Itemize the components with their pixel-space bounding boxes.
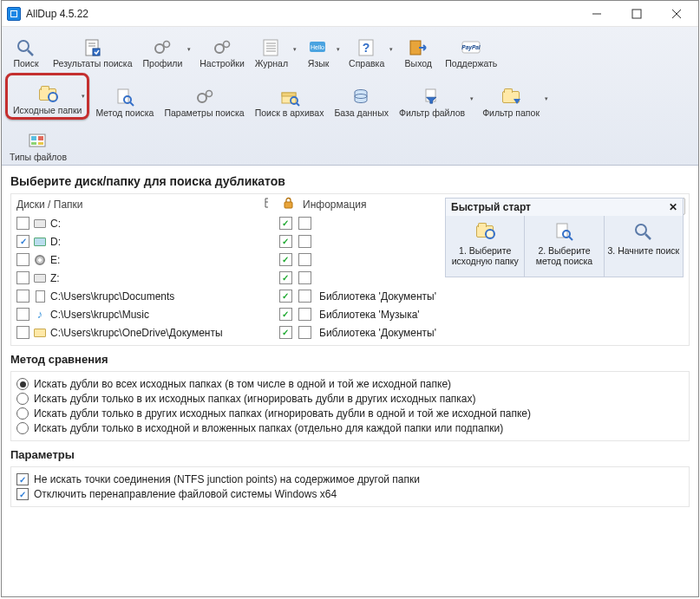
disk-row[interactable]: C:\Users\krupc\OneDrive\ДокументыБиблиот… <box>16 323 442 342</box>
svg-point-47 <box>636 225 646 235</box>
row-checkbox[interactable] <box>16 271 29 284</box>
toolbar-lang[interactable]: HelloЯзык▾ <box>301 29 343 70</box>
param-option-1[interactable]: Отключить перенаправление файловой систе… <box>16 488 684 500</box>
radio-icon[interactable] <box>16 378 29 390</box>
svg-rect-40 <box>38 136 43 140</box>
archive-search-icon <box>278 87 301 107</box>
row-subfolders-checkbox[interactable] <box>279 271 292 284</box>
toolbar-search[interactable]: Поиск <box>5 29 47 70</box>
toolbar-types[interactable]: Типы файлов <box>5 122 71 164</box>
disk-row[interactable]: ♪C:\Users\krupc\MusicБиблиотека 'Музыка' <box>16 305 442 323</box>
row-path: C:\Users\krupc\OneDrive\Документы <box>50 327 276 339</box>
svg-point-10 <box>155 44 164 53</box>
toolbar-journal[interactable]: Журнал▾ <box>251 29 299 70</box>
toolbar-dfilter-label: Фильтр папок <box>482 108 540 118</box>
toolbar-db[interactable]: База данных <box>330 78 393 120</box>
folder-filter-icon <box>500 87 522 107</box>
toolbar-params-label: Параметры поиска <box>164 108 244 118</box>
row-checkbox[interactable] <box>16 326 29 339</box>
row-lock-checkbox[interactable] <box>298 326 311 339</box>
toolbar-method[interactable]: Метод поиска <box>91 78 158 120</box>
row-checkbox[interactable] <box>16 308 29 321</box>
toolbar-profiles[interactable]: Профили▾ <box>139 29 194 70</box>
toolbar-dfilter[interactable]: Фильтр папок▾ <box>478 78 551 120</box>
row-subfolders-checkbox[interactable] <box>279 308 292 321</box>
compare-option-0[interactable]: Искать дубли во всех исходных папках (в … <box>16 378 684 390</box>
row-checkbox[interactable] <box>16 235 29 248</box>
svg-text:Hello: Hello <box>311 44 324 50</box>
toolbar-support[interactable]: PayPalПоддержать <box>441 29 501 70</box>
disk-row[interactable]: Z: <box>16 269 442 287</box>
minimize-button[interactable] <box>577 2 617 26</box>
svg-rect-39 <box>31 136 36 140</box>
checkbox-icon[interactable] <box>16 473 29 485</box>
compare-option-2[interactable]: Искать дубли только в других исходных па… <box>16 407 684 420</box>
chevron-down-icon: ▾ <box>82 93 85 99</box>
toolbar-types-label: Типы файлов <box>10 153 67 162</box>
col-tree-header[interactable] <box>259 198 278 211</box>
row-subfolders-checkbox[interactable] <box>279 326 292 339</box>
params-title: Параметры <box>10 448 690 461</box>
radio-icon[interactable] <box>16 393 29 405</box>
toolbar-results[interactable]: Результаты поиска <box>49 29 137 70</box>
row-subfolders-checkbox[interactable] <box>279 235 292 248</box>
row-checkbox[interactable] <box>16 217 29 230</box>
report-icon <box>82 37 104 58</box>
col-info-header[interactable]: Информация <box>298 199 442 211</box>
maximize-button[interactable] <box>617 2 657 26</box>
row-lock-checkbox[interactable] <box>298 290 311 303</box>
row-subfolders-checkbox[interactable] <box>279 253 292 266</box>
compare-option-label: Искать дубли только в других исходных па… <box>34 407 531 420</box>
row-lock-checkbox[interactable] <box>298 253 311 266</box>
svg-rect-1 <box>632 10 641 18</box>
row-lock-checkbox[interactable] <box>298 217 311 230</box>
app-window: AllDup 4.5.22 ПоискРезультаты поискаПроф… <box>1 0 699 597</box>
quick-step-2[interactable]: 2. Выберите метод поиска <box>524 216 603 277</box>
row-path: C:\Users\krupc\Documents <box>50 290 276 303</box>
chevron-down-icon: ▾ <box>470 95 474 101</box>
disk-row[interactable]: C:\Users\krupc\DocumentsБиблиотека 'Доку… <box>16 287 442 305</box>
quick-step-3[interactable]: 3. Начните поиск <box>604 216 683 277</box>
radio-icon[interactable] <box>16 422 29 434</box>
row-lock-checkbox[interactable] <box>298 308 311 321</box>
checkbox-icon[interactable] <box>16 488 29 500</box>
param-option-label: Не искать точки соединения (NTFS junctio… <box>34 473 420 485</box>
svg-point-29 <box>198 94 206 102</box>
paypal-icon: PayPal <box>460 37 482 58</box>
toolbar-params[interactable]: Параметры поиска <box>160 78 248 120</box>
folder-magnify-icon <box>471 219 499 244</box>
radio-icon[interactable] <box>16 407 29 420</box>
row-lock-checkbox[interactable] <box>298 235 311 248</box>
disk-row[interactable]: D: <box>16 232 442 251</box>
compare-title: Метод сравнения <box>10 353 690 366</box>
col-path-header[interactable]: Диски / Папки <box>16 199 259 211</box>
toolbar-method-label: Метод поиска <box>95 108 154 118</box>
close-button[interactable] <box>657 2 697 26</box>
filetypes-icon <box>27 131 49 152</box>
quick-step-label: 3. Начните поиск <box>607 245 679 256</box>
database-icon <box>350 87 373 107</box>
row-checkbox[interactable] <box>16 253 29 266</box>
col-lock-header[interactable] <box>278 198 298 211</box>
toolbar-exit[interactable]: Выход <box>397 29 439 70</box>
toolbar-source[interactable]: Исходные папки▾ <box>5 73 89 120</box>
param-option-0[interactable]: Не искать точки соединения (NTFS junctio… <box>16 473 684 485</box>
row-lock-checkbox[interactable] <box>298 271 311 284</box>
row-subfolders-checkbox[interactable] <box>279 290 292 303</box>
quick-step-1[interactable]: 1. Выберите исходную папку <box>446 216 524 277</box>
row-subfolders-checkbox[interactable] <box>279 217 292 230</box>
svg-line-28 <box>130 102 134 106</box>
chevron-down-icon: ▾ <box>293 46 297 52</box>
toolbar-settings[interactable]: Настройки <box>195 29 249 70</box>
disk-row[interactable]: C: <box>16 214 442 232</box>
toolbar-ffilter[interactable]: Фильтр файлов▾ <box>395 78 476 120</box>
compare-option-1[interactable]: Искать дубли только в их исходных папках… <box>16 393 684 405</box>
disk-row[interactable]: E: <box>16 251 442 269</box>
folder-icon <box>33 326 47 340</box>
row-checkbox[interactable] <box>16 290 29 303</box>
quick-start-close[interactable]: ✕ <box>669 201 677 213</box>
toolbar-help[interactable]: ?Справка▾ <box>344 29 396 70</box>
compare-option-3[interactable]: Искать дубли только в исходной и вложенн… <box>16 422 684 434</box>
toolbar-archives[interactable]: Поиск в архивах <box>251 78 329 120</box>
svg-point-30 <box>206 90 212 96</box>
